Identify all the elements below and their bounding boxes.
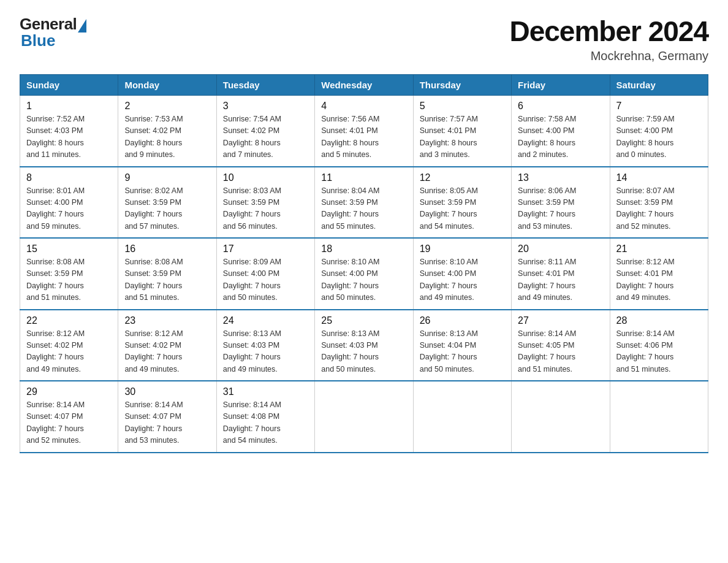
calendar-cell — [413, 381, 511, 453]
day-number: 31 — [223, 386, 308, 397]
day-info: Sunrise: 8:01 AM Sunset: 4:00 PM Dayligh… — [26, 185, 112, 233]
title-block: December 2024 Mockrehna, Germany — [509, 15, 708, 63]
day-number: 26 — [420, 315, 505, 326]
calendar-cell: 24Sunrise: 8:13 AM Sunset: 4:03 PM Dayli… — [216, 310, 314, 381]
month-year-title: December 2024 — [509, 15, 708, 48]
logo: General Blue — [20, 15, 86, 50]
day-info: Sunrise: 7:52 AM Sunset: 4:03 PM Dayligh… — [26, 113, 112, 161]
day-number: 6 — [518, 101, 603, 112]
day-info: Sunrise: 7:58 AM Sunset: 4:00 PM Dayligh… — [518, 113, 603, 161]
day-number: 7 — [616, 101, 702, 112]
day-info: Sunrise: 8:13 AM Sunset: 4:04 PM Dayligh… — [420, 328, 505, 376]
day-number: 15 — [26, 243, 112, 255]
day-number: 2 — [124, 101, 210, 112]
day-number: 22 — [26, 315, 112, 326]
logo-blue-text: Blue — [21, 31, 55, 50]
calendar-cell: 23Sunrise: 8:12 AM Sunset: 4:02 PM Dayli… — [118, 310, 216, 381]
calendar-week-row: 15Sunrise: 8:08 AM Sunset: 3:59 PM Dayli… — [20, 238, 708, 310]
day-number: 20 — [518, 243, 603, 255]
calendar-cell: 11Sunrise: 8:04 AM Sunset: 3:59 PM Dayli… — [315, 167, 413, 239]
day-info: Sunrise: 8:13 AM Sunset: 4:03 PM Dayligh… — [321, 328, 406, 376]
calendar-cell: 29Sunrise: 8:14 AM Sunset: 4:07 PM Dayli… — [20, 381, 118, 453]
calendar-cell: 21Sunrise: 8:12 AM Sunset: 4:01 PM Dayli… — [610, 238, 708, 310]
calendar-cell: 30Sunrise: 8:14 AM Sunset: 4:07 PM Dayli… — [118, 381, 216, 453]
calendar-cell: 22Sunrise: 8:12 AM Sunset: 4:02 PM Dayli… — [20, 310, 118, 381]
day-number: 1 — [26, 101, 112, 112]
day-number: 25 — [321, 315, 406, 326]
day-info: Sunrise: 8:07 AM Sunset: 3:59 PM Dayligh… — [616, 185, 702, 233]
day-number: 5 — [420, 101, 505, 112]
calendar-cell: 7Sunrise: 7:59 AM Sunset: 4:00 PM Daylig… — [610, 96, 708, 167]
day-info: Sunrise: 8:14 AM Sunset: 4:07 PM Dayligh… — [124, 399, 210, 447]
page-header: General Blue December 2024 Mockrehna, Ge… — [20, 15, 708, 63]
calendar-cell: 26Sunrise: 8:13 AM Sunset: 4:04 PM Dayli… — [413, 310, 511, 381]
day-info: Sunrise: 8:14 AM Sunset: 4:08 PM Dayligh… — [223, 399, 308, 447]
calendar-cell — [512, 381, 610, 453]
calendar-cell: 19Sunrise: 8:10 AM Sunset: 4:00 PM Dayli… — [413, 238, 511, 310]
header-cell-monday: Monday — [118, 75, 216, 96]
day-number: 3 — [223, 101, 308, 112]
calendar-cell: 27Sunrise: 8:14 AM Sunset: 4:05 PM Dayli… — [512, 310, 610, 381]
calendar-table: SundayMondayTuesdayWednesdayThursdayFrid… — [20, 74, 708, 453]
calendar-cell: 20Sunrise: 8:11 AM Sunset: 4:01 PM Dayli… — [512, 238, 610, 310]
calendar-week-row: 22Sunrise: 8:12 AM Sunset: 4:02 PM Dayli… — [20, 310, 708, 381]
calendar-cell: 25Sunrise: 8:13 AM Sunset: 4:03 PM Dayli… — [315, 310, 413, 381]
day-info: Sunrise: 8:10 AM Sunset: 4:00 PM Dayligh… — [321, 256, 406, 304]
day-info: Sunrise: 8:08 AM Sunset: 3:59 PM Dayligh… — [26, 256, 112, 304]
calendar-cell: 14Sunrise: 8:07 AM Sunset: 3:59 PM Dayli… — [610, 167, 708, 239]
calendar-week-row: 1Sunrise: 7:52 AM Sunset: 4:03 PM Daylig… — [20, 96, 708, 167]
day-number: 24 — [223, 315, 308, 326]
calendar-cell: 16Sunrise: 8:08 AM Sunset: 3:59 PM Dayli… — [118, 238, 216, 310]
day-number: 18 — [321, 243, 406, 255]
calendar-cell: 4Sunrise: 7:56 AM Sunset: 4:01 PM Daylig… — [315, 96, 413, 167]
calendar-cell: 15Sunrise: 8:08 AM Sunset: 3:59 PM Dayli… — [20, 238, 118, 310]
day-number: 14 — [616, 172, 702, 183]
calendar-cell — [315, 381, 413, 453]
calendar-cell: 6Sunrise: 7:58 AM Sunset: 4:00 PM Daylig… — [512, 96, 610, 167]
header-cell-thursday: Thursday — [413, 75, 511, 96]
day-info: Sunrise: 8:11 AM Sunset: 4:01 PM Dayligh… — [518, 256, 603, 304]
day-number: 27 — [518, 315, 603, 326]
day-number: 17 — [223, 243, 308, 255]
calendar-cell: 13Sunrise: 8:06 AM Sunset: 3:59 PM Dayli… — [512, 167, 610, 239]
calendar-cell: 10Sunrise: 8:03 AM Sunset: 3:59 PM Dayli… — [216, 167, 314, 239]
calendar-cell: 18Sunrise: 8:10 AM Sunset: 4:00 PM Dayli… — [315, 238, 413, 310]
day-info: Sunrise: 8:09 AM Sunset: 4:00 PM Dayligh… — [223, 256, 308, 304]
calendar-cell: 5Sunrise: 7:57 AM Sunset: 4:01 PM Daylig… — [413, 96, 511, 167]
calendar-cell: 8Sunrise: 8:01 AM Sunset: 4:00 PM Daylig… — [20, 167, 118, 239]
day-info: Sunrise: 8:12 AM Sunset: 4:01 PM Dayligh… — [616, 256, 702, 304]
day-number: 4 — [321, 101, 406, 112]
day-info: Sunrise: 8:05 AM Sunset: 3:59 PM Dayligh… — [420, 185, 505, 233]
calendar-header-row: SundayMondayTuesdayWednesdayThursdayFrid… — [20, 75, 708, 96]
day-number: 9 — [124, 172, 210, 183]
day-info: Sunrise: 8:14 AM Sunset: 4:06 PM Dayligh… — [616, 328, 702, 376]
day-info: Sunrise: 8:04 AM Sunset: 3:59 PM Dayligh… — [321, 185, 406, 233]
day-number: 16 — [124, 243, 210, 255]
day-number: 21 — [616, 243, 702, 255]
header-cell-tuesday: Tuesday — [216, 75, 314, 96]
calendar-cell: 9Sunrise: 8:02 AM Sunset: 3:59 PM Daylig… — [118, 167, 216, 239]
location-subtitle: Mockrehna, Germany — [509, 49, 708, 63]
calendar-cell: 31Sunrise: 8:14 AM Sunset: 4:08 PM Dayli… — [216, 381, 314, 453]
calendar-cell: 1Sunrise: 7:52 AM Sunset: 4:03 PM Daylig… — [20, 96, 118, 167]
day-info: Sunrise: 7:53 AM Sunset: 4:02 PM Dayligh… — [124, 113, 210, 161]
calendar-week-row: 29Sunrise: 8:14 AM Sunset: 4:07 PM Dayli… — [20, 381, 708, 453]
day-info: Sunrise: 8:14 AM Sunset: 4:07 PM Dayligh… — [26, 399, 112, 447]
day-number: 8 — [26, 172, 112, 183]
day-number: 12 — [420, 172, 505, 183]
day-info: Sunrise: 8:08 AM Sunset: 3:59 PM Dayligh… — [124, 256, 210, 304]
header-cell-saturday: Saturday — [610, 75, 708, 96]
day-info: Sunrise: 8:12 AM Sunset: 4:02 PM Dayligh… — [26, 328, 112, 376]
day-number: 13 — [518, 172, 603, 183]
day-number: 11 — [321, 172, 406, 183]
day-info: Sunrise: 8:03 AM Sunset: 3:59 PM Dayligh… — [223, 185, 308, 233]
logo-triangle-icon — [78, 19, 86, 33]
header-cell-wednesday: Wednesday — [315, 75, 413, 96]
day-info: Sunrise: 8:13 AM Sunset: 4:03 PM Dayligh… — [223, 328, 308, 376]
calendar-cell — [610, 381, 708, 453]
day-info: Sunrise: 8:02 AM Sunset: 3:59 PM Dayligh… — [124, 185, 210, 233]
calendar-week-row: 8Sunrise: 8:01 AM Sunset: 4:00 PM Daylig… — [20, 167, 708, 239]
day-number: 10 — [223, 172, 308, 183]
calendar-cell: 28Sunrise: 8:14 AM Sunset: 4:06 PM Dayli… — [610, 310, 708, 381]
day-info: Sunrise: 7:57 AM Sunset: 4:01 PM Dayligh… — [420, 113, 505, 161]
